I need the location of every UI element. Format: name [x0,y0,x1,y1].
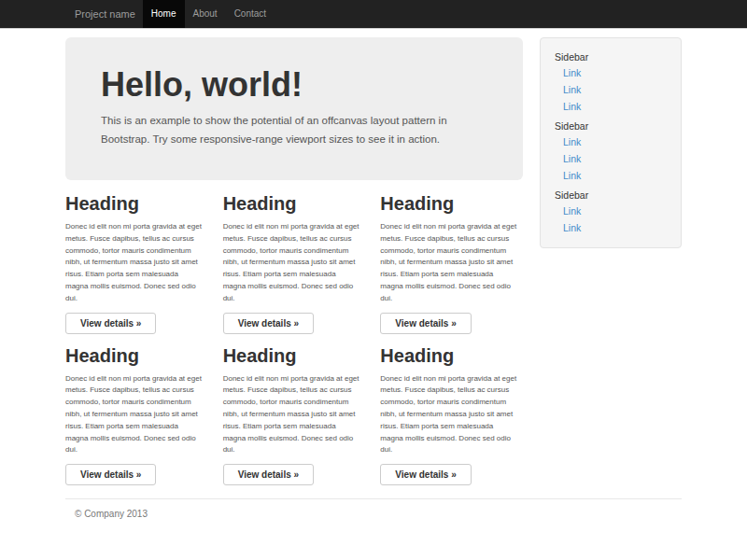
cards-grid: HeadingDonec id elit non mi porta gravid… [65,192,523,485]
sidebar-group: SidebarLinkLink [555,189,667,236]
page-container: Hello, world! This is an example to show… [65,37,682,519]
content-card: HeadingDonec id elit non mi porta gravid… [380,192,523,334]
sidebar-heading: Sidebar [555,51,667,63]
jumbotron-title: Hello, world! [101,65,487,105]
sidebar-group: SidebarLinkLinkLink [555,51,667,115]
card-text: Donec id elit non mi porta gravida at eg… [223,221,366,305]
view-details-button[interactable]: View details » [223,313,314,334]
sidebar-heading: Sidebar [555,120,667,132]
content-card: HeadingDonec id elit non mi porta gravid… [223,344,366,486]
content-card: HeadingDonec id elit non mi porta gravid… [65,192,208,334]
nav-item-about[interactable]: About [185,0,226,28]
card-heading: Heading [380,192,523,215]
sidebar-link[interactable]: Link [555,150,667,167]
navbar: Project name HomeAboutContact [0,0,747,29]
content-card: HeadingDonec id elit non mi porta gravid… [65,344,208,486]
jumbotron: Hello, world! This is an example to show… [65,37,523,180]
card-text: Donec id elit non mi porta gravida at eg… [65,373,208,457]
view-details-button[interactable]: View details » [65,313,156,334]
footer-divider [65,498,682,499]
sidebar: SidebarLinkLinkLinkSidebarLinkLinkLinkSi… [540,37,682,248]
card-text: Donec id elit non mi porta gravida at eg… [380,221,523,305]
card-text: Donec id elit non mi porta gravida at eg… [380,373,523,457]
main-content: Hello, world! This is an example to show… [65,37,523,485]
copyright-text: © Company 2013 [65,509,682,519]
jumbotron-text: This is an example to show the potential… [101,111,487,148]
view-details-button[interactable]: View details » [223,464,314,485]
card-heading: Heading [223,192,366,215]
card-text: Donec id elit non mi porta gravida at eg… [65,221,208,305]
navbar-menu: HomeAboutContact [143,0,275,28]
sidebar-link[interactable]: Link [555,133,667,150]
card-text: Donec id elit non mi porta gravida at eg… [223,373,366,457]
sidebar-link[interactable]: Link [555,81,667,98]
sidebar-group: SidebarLinkLinkLink [555,120,667,184]
navbar-inner: Project name HomeAboutContact [65,0,682,28]
sidebar-link[interactable]: Link [555,219,667,236]
view-details-button[interactable]: View details » [380,464,471,485]
sidebar-link[interactable]: Link [555,167,667,184]
content-card: HeadingDonec id elit non mi porta gravid… [223,192,366,334]
sidebar-link[interactable]: Link [555,203,667,219]
content-card: HeadingDonec id elit non mi porta gravid… [380,344,523,486]
card-heading: Heading [380,344,523,367]
view-details-button[interactable]: View details » [65,464,156,485]
sidebar-link[interactable]: Link [555,64,667,81]
nav-item-contact[interactable]: Contact [226,0,275,28]
card-heading: Heading [65,192,208,215]
card-heading: Heading [65,344,208,367]
main-row: Hello, world! This is an example to show… [65,37,682,485]
sidebar-heading: Sidebar [555,189,667,201]
sidebar-link[interactable]: Link [555,98,667,115]
nav-item-home[interactable]: Home [143,0,185,28]
view-details-button[interactable]: View details » [380,313,471,334]
card-heading: Heading [223,344,366,367]
navbar-brand[interactable]: Project name [65,0,143,28]
footer: © Company 2013 [65,498,682,519]
